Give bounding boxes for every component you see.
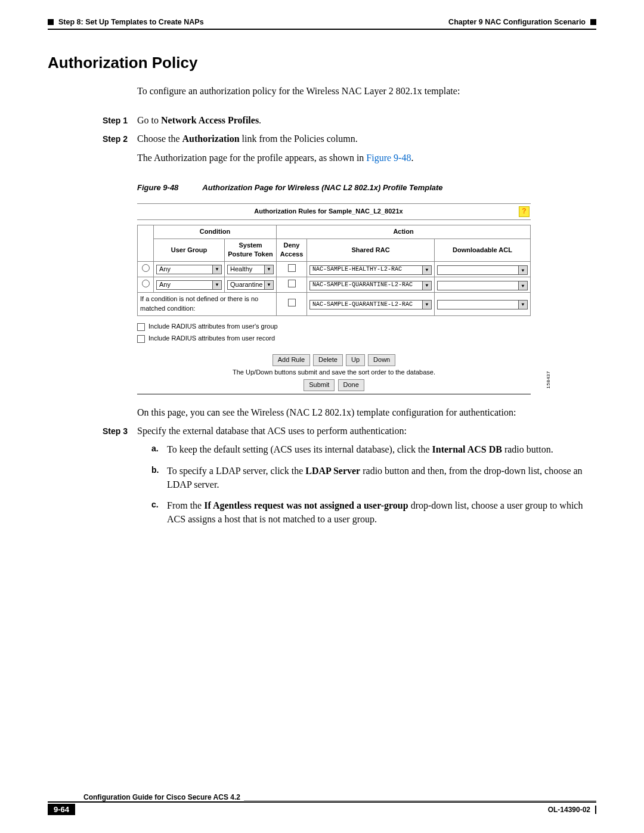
square-bullet-icon <box>48 19 54 25</box>
user-group-select[interactable]: Any▼ <box>156 280 222 290</box>
chevron-down-icon: ▼ <box>518 281 527 290</box>
th-deny: Deny Access <box>277 239 307 262</box>
include-group-checkbox[interactable] <box>137 323 145 331</box>
after-figure-paragraph: On this page, you can see the Wireless (… <box>137 405 596 419</box>
help-icon[interactable]: ? <box>519 206 530 217</box>
button-bar: Add Rule Delete Up Down The Up/Down butt… <box>137 354 531 391</box>
chevron-down-icon: ▼ <box>212 281 221 289</box>
include-group-label: Include RADIUS attributes from user's gr… <box>148 322 278 332</box>
sub-b-text: To specify a LDAP server, click the LDAP… <box>167 464 596 491</box>
dacl-select[interactable]: ▼ <box>437 300 528 309</box>
step-2-text-a: Choose the Authorization link from the P… <box>137 134 358 144</box>
unmatched-row: If a condition is not defined or there i… <box>138 293 531 316</box>
submit-button[interactable]: Submit <box>304 379 335 391</box>
step-2-label: Step 2 <box>103 133 128 145</box>
chevron-down-icon: ▼ <box>518 266 527 274</box>
figure-caption-text: Authorization Page for Wireless (NAC L2 … <box>202 182 442 194</box>
chevron-down-icon: ▼ <box>264 265 273 274</box>
sub-c-label: c. <box>151 498 162 526</box>
step-2-text-b: The Authorization page for the profile a… <box>137 153 413 163</box>
shared-rac-select[interactable]: NAC-SAMPLE-HEALTHY-L2-RAC▼ <box>309 265 432 275</box>
figure-link[interactable]: Figure 9-48 <box>366 153 411 163</box>
step-1-label: Step 1 <box>103 114 128 126</box>
table-row: Any▼ Healthy▼ NAC-SAMPLE-HEALTHY-L2-RAC▼… <box>138 262 531 277</box>
deny-checkbox[interactable] <box>288 299 296 306</box>
th-posture: System Posture Token <box>225 239 277 262</box>
section-title: Authorization Policy <box>48 54 596 72</box>
th-condition: Condition <box>154 225 277 239</box>
dacl-select[interactable]: ▼ <box>437 265 528 275</box>
header-rule <box>48 29 596 30</box>
step-3-text: Specify the external database that ACS u… <box>137 426 407 436</box>
page-footer: Configuration Guide for Cisco Secure ACS… <box>48 793 596 815</box>
figure-screenshot: Authorization Rules for Sample_NAC_L2_80… <box>137 203 531 395</box>
shared-rac-select[interactable]: NAC-SAMPLE-QUARANTINE-L2-RAC▼ <box>309 281 432 290</box>
page-number: 9-64 <box>48 804 75 815</box>
include-record-label: Include RADIUS attributes from user reco… <box>148 334 275 343</box>
shared-rac-select[interactable]: NAC-SAMPLE-QUARANTINE-L2-RAC▼ <box>309 300 432 309</box>
chevron-down-icon: ▼ <box>422 281 431 290</box>
sub-c-text: From the If Agentless request was not as… <box>167 498 596 526</box>
add-rule-button[interactable]: Add Rule <box>273 354 310 366</box>
row-radio[interactable] <box>142 264 150 272</box>
sub-b-label: b. <box>151 464 162 491</box>
chevron-down-icon: ▼ <box>422 301 431 309</box>
delete-button[interactable]: Delete <box>313 354 343 366</box>
chevron-down-icon: ▼ <box>422 266 431 274</box>
button-note: The Up/Down buttons submit and save the … <box>137 368 531 377</box>
doc-id: OL-14390-02 <box>548 806 590 814</box>
header-right-text: Chapter 9 NAC Configuration Scenario <box>448 18 586 26</box>
sub-a-text: To keep the default setting (ACS uses it… <box>167 442 553 456</box>
user-group-select[interactable]: Any▼ <box>156 265 222 274</box>
dacl-select[interactable]: ▼ <box>437 281 528 290</box>
figure-code: 158437 <box>545 371 552 389</box>
figure-label: Figure 9-48 <box>137 182 178 194</box>
unmatched-text: If a condition is not defined or there i… <box>138 293 277 316</box>
th-action: Action <box>277 225 531 239</box>
intro-paragraph: To configure an authorization policy for… <box>137 84 596 98</box>
figure-caption: Figure 9-48 Authorization Page for Wirel… <box>137 182 596 194</box>
sub-a-label: a. <box>151 442 162 456</box>
rules-table: Condition Action User Group System Postu… <box>137 225 531 317</box>
posture-select[interactable]: Healthy▼ <box>227 265 274 274</box>
include-group-row: Include RADIUS attributes from user's gr… <box>137 322 531 332</box>
include-record-row: Include RADIUS attributes from user reco… <box>137 334 531 343</box>
down-button[interactable]: Down <box>368 354 395 366</box>
page-header: Step 8: Set Up Templates to Create NAPs … <box>48 18 596 26</box>
posture-select[interactable]: Quarantine▼ <box>227 280 274 290</box>
header-left-text: Step 8: Set Up Templates to Create NAPs <box>58 18 204 26</box>
chevron-down-icon: ▼ <box>264 281 273 289</box>
figure-title: Authorization Rules for Sample_NAC_L2_80… <box>138 207 519 216</box>
table-row: Any▼ Quarantine▼ NAC-SAMPLE-QUARANTINE-L… <box>138 277 531 293</box>
chevron-down-icon: ▼ <box>518 301 527 309</box>
chevron-down-icon: ▼ <box>212 265 221 274</box>
th-user-group: User Group <box>154 239 225 262</box>
footer-guide-title: Configuration Guide for Cisco Secure ACS… <box>48 793 240 801</box>
done-button[interactable]: Done <box>338 379 364 391</box>
deny-checkbox[interactable] <box>288 280 296 287</box>
step-3-label: Step 3 <box>103 425 128 437</box>
th-dacl: Downloadable ACL <box>435 239 531 262</box>
square-bullet-icon <box>590 19 596 25</box>
step-1-text: Go to Network Access Profiles. <box>137 115 261 125</box>
up-button[interactable]: Up <box>346 354 365 366</box>
th-shared-rac: Shared RAC <box>307 239 435 262</box>
include-record-checkbox[interactable] <box>137 335 145 343</box>
deny-checkbox[interactable] <box>288 264 296 272</box>
row-radio[interactable] <box>142 280 150 287</box>
